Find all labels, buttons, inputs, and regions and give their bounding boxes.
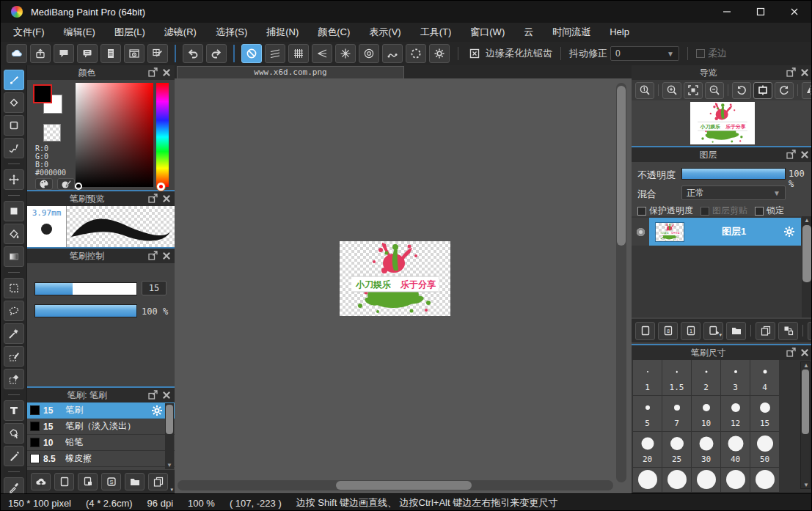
brush-size-cell[interactable] <box>633 468 662 492</box>
palette-button[interactable] <box>35 178 53 190</box>
menu-item-2[interactable]: 编辑(E) <box>54 23 105 42</box>
stabilizer-dropdown[interactable]: 0 ▼ <box>610 46 679 61</box>
new-1bit-layer-button[interactable]: 1 <box>681 322 701 340</box>
canvas-document[interactable] <box>340 241 450 316</box>
navigator-thumbnail[interactable] <box>690 102 755 144</box>
duplicate-brush-button[interactable] <box>148 473 168 490</box>
antialias-icon[interactable] <box>467 45 483 62</box>
edit-canvas-button[interactable] <box>147 44 168 63</box>
publish-button[interactable] <box>30 44 51 63</box>
snap-settings-button[interactable] <box>429 44 450 63</box>
brush-list-row[interactable]: 15笔刷 <box>27 402 175 419</box>
merge-layer-button[interactable] <box>778 322 798 340</box>
brush-size-cell-25[interactable]: 25 <box>662 432 691 467</box>
close-button[interactable] <box>778 1 811 23</box>
select-pen-tool[interactable] <box>4 346 24 367</box>
brush-size-value[interactable]: 15 <box>142 281 167 295</box>
brush-size-cell[interactable] <box>662 468 691 492</box>
close-icon[interactable] <box>161 389 172 401</box>
minimize-button[interactable] <box>710 1 744 23</box>
canvas-horizontal-scrollbar[interactable] <box>178 480 613 490</box>
layer-list-scrollbar[interactable]: ▲ <box>802 216 812 317</box>
popout-icon[interactable] <box>147 389 158 401</box>
brush-size-cell-10[interactable]: 10 <box>692 396 720 431</box>
select-rect-tool[interactable] <box>4 278 24 298</box>
snap-parallel-button[interactable] <box>265 44 285 63</box>
saturation-value-box[interactable] <box>76 83 153 187</box>
duplicate-layer-button[interactable] <box>756 322 775 340</box>
snap-ellipse-button[interactable] <box>406 44 426 63</box>
brush-folder-button[interactable] <box>125 473 145 490</box>
brush-size-cell[interactable] <box>721 468 750 492</box>
redo-button[interactable] <box>206 44 227 63</box>
brush-size-cell[interactable] <box>692 468 720 492</box>
reset-rotation-button[interactable] <box>753 82 772 99</box>
brush-size-cell-20[interactable]: 20 <box>633 432 662 467</box>
brush-size-cell-4[interactable]: 4 <box>750 360 779 395</box>
layer-visibility-toggle[interactable] <box>632 218 649 246</box>
popout-icon[interactable] <box>147 193 158 205</box>
close-icon[interactable] <box>799 67 811 78</box>
shape-brush-tool[interactable] <box>4 115 24 136</box>
protect-alpha-checkbox[interactable]: 保护透明度 <box>637 205 693 217</box>
brush-size-cell-50[interactable]: 50 <box>750 432 779 467</box>
canvas-area[interactable]: www.x6d.com.png <box>175 65 632 493</box>
hue-indicator[interactable] <box>157 183 165 191</box>
delete-layer-button[interactable] <box>808 322 812 340</box>
close-icon[interactable] <box>161 193 172 205</box>
menu-item-9[interactable]: 工具(T) <box>411 23 461 42</box>
brush-size-slider[interactable] <box>34 282 137 295</box>
brush-size-cell-2[interactable]: 2 <box>692 360 720 395</box>
document-button[interactable] <box>100 44 121 63</box>
snap-grid-button[interactable] <box>288 44 309 63</box>
undo-button[interactable] <box>183 44 203 63</box>
menu-item-7[interactable]: 颜色(C) <box>308 23 359 42</box>
brush-list-row[interactable]: 15笔刷（淡入淡出） <box>27 419 175 435</box>
palette-edit-button[interactable] <box>57 178 75 190</box>
new-8bit-layer-button[interactable]: 8 <box>658 322 678 340</box>
brush-size-scrollbar[interactable]: ▲ ▼ <box>800 361 811 489</box>
close-icon[interactable] <box>799 347 811 359</box>
divide-tool[interactable] <box>4 446 24 466</box>
soft-edge-checkbox[interactable] <box>696 49 705 58</box>
layer-folder-button[interactable] <box>726 322 746 340</box>
text-tool[interactable] <box>4 400 24 421</box>
brush-size-cell-30[interactable]: 30 <box>692 432 720 467</box>
snap-pen-tool[interactable] <box>4 138 24 158</box>
brush-size-cell-5[interactable]: 5 <box>633 396 662 431</box>
eraser-tool[interactable] <box>4 92 24 113</box>
rotate-left-button[interactable] <box>732 82 751 99</box>
brush-size-cell-3[interactable]: 3 <box>721 360 750 395</box>
brush-list-row[interactable]: 8.5橡皮擦 <box>27 451 175 467</box>
cloud-button[interactable] <box>7 44 27 63</box>
zoom-in-button[interactable] <box>662 82 681 99</box>
maximize-button[interactable] <box>744 1 778 23</box>
cloud-brush-button[interactable] <box>31 473 51 490</box>
bucket-tool[interactable] <box>4 224 24 244</box>
menu-item-8[interactable]: 表示(V) <box>359 23 410 42</box>
chat-button[interactable] <box>54 44 74 63</box>
transparent-color-swatch[interactable] <box>43 124 61 141</box>
popout-icon[interactable] <box>785 347 797 359</box>
layer-settings-icon[interactable] <box>783 226 795 238</box>
snap-vanishing-point-button[interactable] <box>312 44 332 63</box>
foreground-color-swatch[interactable] <box>33 84 52 103</box>
flip-horizontal-button[interactable] <box>802 82 812 99</box>
layer-opacity-slider[interactable] <box>681 168 786 180</box>
clipping-checkbox[interactable]: 图层剪贴 <box>701 205 747 217</box>
layer-name[interactable]: 图层1 <box>684 225 783 238</box>
menu-item-4[interactable]: 滤镜(R) <box>155 23 206 42</box>
operation-tool[interactable] <box>4 423 24 444</box>
new-brush-menu-button[interactable]: ▾ <box>78 473 98 490</box>
move-tool[interactable] <box>4 169 24 190</box>
snap-curve-button[interactable] <box>382 44 403 63</box>
brush-size-cell-12[interactable]: 12 <box>721 396 750 431</box>
fill-rect-tool[interactable] <box>4 201 24 221</box>
popout-icon[interactable] <box>147 250 158 262</box>
menu-item-3[interactable]: 图层(L) <box>105 23 155 42</box>
menu-item-12[interactable]: 时间流逝 <box>543 23 600 42</box>
rotate-right-button[interactable] <box>775 82 794 99</box>
blend-dropdown[interactable]: 正常 ▼ <box>681 185 786 200</box>
select-eraser-tool[interactable] <box>4 369 24 389</box>
brush-size-cell-1.5[interactable]: 1.5 <box>662 360 691 395</box>
